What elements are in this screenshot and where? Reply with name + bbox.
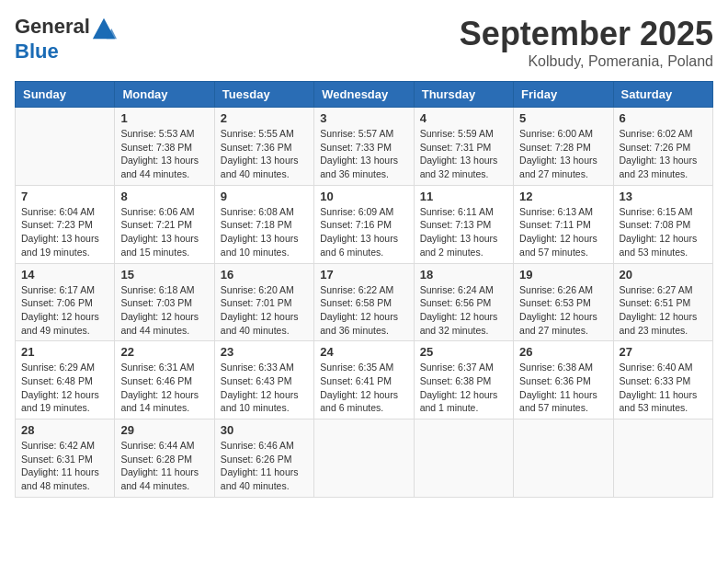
calendar-cell: 23Sunrise: 6:33 AMSunset: 6:43 PMDayligh… — [214, 341, 313, 419]
calendar-cell: 15Sunrise: 6:18 AMSunset: 7:03 PMDayligh… — [115, 263, 214, 341]
day-info: Sunrise: 5:53 AMSunset: 7:38 PMDaylight:… — [120, 127, 208, 181]
day-info: Sunrise: 6:13 AMSunset: 7:11 PMDaylight:… — [519, 205, 607, 259]
calendar-cell: 21Sunrise: 6:29 AMSunset: 6:48 PMDayligh… — [16, 341, 115, 419]
day-info: Sunrise: 6:27 AMSunset: 6:51 PMDaylight:… — [620, 283, 707, 338]
calendar-cell — [16, 108, 115, 186]
col-monday: Monday — [115, 82, 214, 108]
calendar-cell: 3Sunrise: 5:57 AMSunset: 7:33 PMDaylight… — [314, 108, 414, 186]
page-header: General Blue September 2025 Kolbudy, Pom… — [15, 15, 713, 70]
calendar-cell: 8Sunrise: 6:06 AMSunset: 7:21 PMDaylight… — [115, 185, 214, 263]
calendar-week-3: 14Sunrise: 6:17 AMSunset: 7:06 PMDayligh… — [16, 263, 713, 341]
col-thursday: Thursday — [414, 82, 513, 108]
day-info: Sunrise: 6:40 AMSunset: 6:33 PMDaylight:… — [620, 361, 707, 415]
day-number: 18 — [420, 268, 507, 282]
calendar-cell: 5Sunrise: 6:00 AMSunset: 7:28 PMDaylight… — [514, 108, 613, 186]
month-title: September 2025 — [460, 15, 713, 53]
calendar-cell: 14Sunrise: 6:17 AMSunset: 7:06 PMDayligh… — [16, 263, 115, 341]
calendar-cell: 2Sunrise: 5:55 AMSunset: 7:36 PMDaylight… — [214, 108, 313, 186]
day-number: 13 — [620, 190, 707, 203]
day-info: Sunrise: 5:57 AMSunset: 7:33 PMDaylight:… — [320, 127, 407, 181]
day-number: 12 — [519, 190, 607, 203]
calendar-cell: 28Sunrise: 6:42 AMSunset: 6:31 PMDayligh… — [16, 419, 115, 498]
calendar-cell: 6Sunrise: 6:02 AMSunset: 7:26 PMDaylight… — [613, 108, 712, 186]
day-info: Sunrise: 6:00 AMSunset: 7:28 PMDaylight:… — [519, 127, 607, 181]
day-number: 28 — [21, 423, 108, 437]
day-info: Sunrise: 6:26 AMSunset: 6:53 PMDaylight:… — [519, 283, 607, 338]
day-info: Sunrise: 6:20 AMSunset: 7:01 PMDaylight:… — [221, 283, 308, 338]
calendar-cell: 11Sunrise: 6:11 AMSunset: 7:13 PMDayligh… — [414, 185, 513, 263]
day-info: Sunrise: 6:35 AMSunset: 6:41 PMDaylight:… — [320, 361, 407, 415]
day-info: Sunrise: 6:22 AMSunset: 6:58 PMDaylight:… — [320, 283, 407, 338]
day-info: Sunrise: 6:42 AMSunset: 6:31 PMDaylight:… — [21, 439, 108, 493]
day-number: 9 — [221, 190, 308, 203]
day-number: 23 — [221, 345, 308, 359]
day-info: Sunrise: 6:02 AMSunset: 7:26 PMDaylight:… — [620, 127, 707, 181]
day-number: 15 — [120, 268, 208, 282]
day-info: Sunrise: 6:33 AMSunset: 6:43 PMDaylight:… — [221, 361, 308, 415]
day-number: 3 — [320, 111, 407, 125]
logo-text: General Blue — [15, 15, 118, 63]
logo: General Blue — [15, 15, 118, 63]
title-area: September 2025 Kolbudy, Pomerania, Polan… — [460, 15, 713, 70]
day-number: 6 — [620, 111, 707, 125]
calendar-cell — [514, 419, 613, 498]
calendar-cell: 27Sunrise: 6:40 AMSunset: 6:33 PMDayligh… — [613, 341, 712, 419]
day-number: 17 — [320, 268, 407, 282]
calendar-cell: 13Sunrise: 6:15 AMSunset: 7:08 PMDayligh… — [613, 185, 712, 263]
logo-blue: Blue — [15, 40, 59, 63]
day-info: Sunrise: 6:08 AMSunset: 7:18 PMDaylight:… — [221, 205, 308, 259]
calendar-cell: 22Sunrise: 6:31 AMSunset: 6:46 PMDayligh… — [115, 341, 214, 419]
calendar-cell — [414, 419, 513, 498]
day-info: Sunrise: 6:04 AMSunset: 7:23 PMDaylight:… — [21, 205, 108, 259]
day-number: 24 — [320, 345, 407, 359]
day-number: 22 — [120, 345, 208, 359]
calendar-cell: 30Sunrise: 6:46 AMSunset: 6:26 PMDayligh… — [214, 419, 313, 498]
day-info: Sunrise: 5:59 AMSunset: 7:31 PMDaylight:… — [420, 127, 507, 181]
day-number: 14 — [21, 268, 108, 282]
day-number: 30 — [221, 423, 308, 437]
calendar: Sunday Monday Tuesday Wednesday Thursday… — [15, 81, 713, 498]
day-number: 20 — [620, 268, 707, 282]
logo-general: General — [15, 15, 90, 38]
day-info: Sunrise: 6:29 AMSunset: 6:48 PMDaylight:… — [21, 361, 108, 415]
col-tuesday: Tuesday — [214, 82, 313, 108]
col-wednesday: Wednesday — [314, 82, 414, 108]
day-info: Sunrise: 6:37 AMSunset: 6:38 PMDaylight:… — [420, 361, 507, 415]
calendar-header-row: Sunday Monday Tuesday Wednesday Thursday… — [16, 82, 713, 108]
calendar-cell: 25Sunrise: 6:37 AMSunset: 6:38 PMDayligh… — [414, 341, 513, 419]
day-info: Sunrise: 6:38 AMSunset: 6:36 PMDaylight:… — [519, 361, 607, 415]
day-info: Sunrise: 6:15 AMSunset: 7:08 PMDaylight:… — [620, 205, 707, 259]
calendar-cell — [314, 419, 414, 498]
day-number: 10 — [320, 190, 407, 203]
calendar-cell: 29Sunrise: 6:44 AMSunset: 6:28 PMDayligh… — [115, 419, 214, 498]
calendar-cell — [613, 419, 712, 498]
day-number: 1 — [120, 111, 208, 125]
calendar-cell: 10Sunrise: 6:09 AMSunset: 7:16 PMDayligh… — [314, 185, 414, 263]
day-number: 11 — [420, 190, 507, 203]
col-sunday: Sunday — [16, 82, 115, 108]
calendar-cell: 18Sunrise: 6:24 AMSunset: 6:56 PMDayligh… — [414, 263, 513, 341]
day-info: Sunrise: 6:18 AMSunset: 7:03 PMDaylight:… — [120, 283, 208, 338]
day-info: Sunrise: 5:55 AMSunset: 7:36 PMDaylight:… — [221, 127, 308, 181]
day-info: Sunrise: 6:17 AMSunset: 7:06 PMDaylight:… — [21, 283, 108, 338]
calendar-cell: 19Sunrise: 6:26 AMSunset: 6:53 PMDayligh… — [514, 263, 613, 341]
calendar-cell: 24Sunrise: 6:35 AMSunset: 6:41 PMDayligh… — [314, 341, 414, 419]
day-info: Sunrise: 6:09 AMSunset: 7:16 PMDaylight:… — [320, 205, 407, 259]
calendar-cell: 16Sunrise: 6:20 AMSunset: 7:01 PMDayligh… — [214, 263, 313, 341]
day-number: 25 — [420, 345, 507, 359]
col-friday: Friday — [514, 82, 613, 108]
calendar-cell: 20Sunrise: 6:27 AMSunset: 6:51 PMDayligh… — [613, 263, 712, 341]
calendar-cell: 9Sunrise: 6:08 AMSunset: 7:18 PMDaylight… — [214, 185, 313, 263]
col-saturday: Saturday — [613, 82, 712, 108]
calendar-cell: 17Sunrise: 6:22 AMSunset: 6:58 PMDayligh… — [314, 263, 414, 341]
day-number: 5 — [519, 111, 607, 125]
day-number: 26 — [519, 345, 607, 359]
day-number: 27 — [620, 345, 707, 359]
day-number: 7 — [21, 190, 108, 203]
calendar-week-4: 21Sunrise: 6:29 AMSunset: 6:48 PMDayligh… — [16, 341, 713, 419]
day-number: 8 — [120, 190, 208, 203]
day-info: Sunrise: 6:24 AMSunset: 6:56 PMDaylight:… — [420, 283, 507, 338]
location: Kolbudy, Pomerania, Poland — [460, 53, 713, 70]
day-number: 4 — [420, 111, 507, 125]
calendar-cell: 12Sunrise: 6:13 AMSunset: 7:11 PMDayligh… — [514, 185, 613, 263]
